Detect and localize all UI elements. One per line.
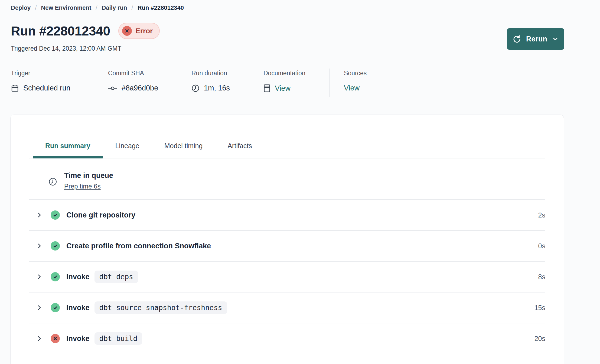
step-row-clone-git[interactable]: Clone git repository 2s — [29, 200, 545, 231]
success-status-icon — [51, 210, 60, 220]
step-command-code: dbt deps — [94, 271, 138, 283]
refresh-icon — [513, 35, 521, 43]
step-duration: 20s — [534, 335, 545, 343]
run-meta-row: Trigger Scheduled run Commit SHA — [11, 69, 600, 97]
breadcrumb: Deploy / New Environment / Daily run / R… — [0, 0, 600, 11]
step-row-create-profile[interactable]: Create profile from connection Snowflake… — [29, 231, 545, 262]
step-duration: 8s — [538, 273, 545, 281]
breadcrumb-item-job[interactable]: Daily run — [102, 4, 127, 11]
time-in-queue-section: Time in queue Prep time 6s — [29, 158, 545, 200]
step-command-code: dbt source snapshot-freshness — [94, 301, 227, 314]
success-status-icon — [51, 303, 60, 312]
meta-documentation: Documentation View — [249, 69, 330, 97]
meta-commit-value: #8a96d0be — [122, 84, 158, 92]
step-label: Clone git repository — [66, 211, 135, 219]
step-label: Create profile from connection Snowflake — [66, 242, 211, 250]
page-title: Run #228012340 — [11, 24, 110, 38]
step-label: Invoke — [66, 273, 90, 281]
meta-duration-value: 1m, 16s — [204, 84, 230, 92]
status-badge-label: Error — [136, 27, 153, 35]
meta-run-duration: Run duration 1m, 16s — [177, 69, 249, 97]
chevron-right-icon[interactable] — [36, 243, 43, 249]
step-row-dbt-build[interactable]: Invoke dbt build 20s — [29, 323, 545, 354]
sources-view-link[interactable]: View — [344, 84, 360, 92]
step-duration: 2s — [538, 211, 545, 219]
prep-time-link[interactable]: Prep time 6s — [64, 183, 101, 190]
success-status-icon — [51, 272, 60, 281]
tab-model-timing[interactable]: Model timing — [152, 142, 215, 158]
rerun-button[interactable]: Rerun — [507, 28, 564, 50]
status-badge: Error — [118, 23, 160, 39]
tab-bar: Run summary Lineage Model timing Artifac… — [29, 142, 545, 158]
step-row-dbt-source-freshness[interactable]: Invoke dbt source snapshot-freshness 15s — [29, 292, 545, 323]
meta-sources: Sources View — [330, 69, 380, 97]
document-icon — [263, 84, 270, 93]
step-command-code: dbt build — [94, 332, 142, 345]
meta-duration-label: Run duration — [191, 70, 236, 77]
chevron-right-icon[interactable] — [36, 304, 43, 311]
breadcrumb-separator: / — [35, 4, 37, 11]
meta-sources-label: Sources — [344, 70, 367, 77]
clock-icon — [48, 173, 57, 190]
breadcrumb-separator: / — [132, 4, 133, 11]
tab-lineage[interactable]: Lineage — [103, 142, 152, 158]
step-row-dbt-deps[interactable]: Invoke dbt deps 8s — [29, 262, 545, 292]
breadcrumb-separator: / — [96, 4, 97, 11]
time-in-queue-title: Time in queue — [64, 171, 113, 180]
meta-commit-sha: Commit SHA #8a96d0be — [94, 69, 177, 97]
chevron-right-icon[interactable] — [36, 212, 43, 218]
documentation-view-link[interactable]: View — [275, 84, 291, 93]
breadcrumb-item-deploy[interactable]: Deploy — [11, 4, 31, 11]
error-status-icon — [51, 334, 60, 343]
error-status-icon — [122, 26, 132, 36]
breadcrumb-item-environment[interactable]: New Environment — [41, 4, 91, 11]
run-detail-card: Run summary Lineage Model timing Artifac… — [10, 115, 564, 364]
rerun-button-label: Rerun — [526, 35, 547, 43]
success-status-icon — [51, 241, 60, 251]
step-label: Invoke — [66, 304, 90, 312]
meta-trigger-label: Trigger — [11, 70, 81, 77]
step-duration: 0s — [538, 242, 545, 250]
step-duration: 15s — [534, 304, 545, 312]
clock-icon — [191, 84, 200, 92]
tab-artifacts[interactable]: Artifacts — [215, 142, 264, 158]
chevron-down-icon — [552, 36, 559, 42]
meta-trigger: Trigger Scheduled run — [11, 69, 94, 97]
meta-trigger-value: Scheduled run — [23, 84, 70, 92]
breadcrumb-item-run: Run #228012340 — [138, 4, 184, 11]
meta-commit-label: Commit SHA — [108, 70, 164, 77]
chevron-right-icon[interactable] — [36, 274, 43, 280]
calendar-icon — [11, 84, 19, 92]
meta-documentation-label: Documentation — [263, 70, 317, 77]
step-label: Invoke — [66, 334, 90, 343]
chevron-right-icon[interactable] — [36, 335, 43, 342]
tab-run-summary[interactable]: Run summary — [33, 142, 103, 158]
commit-icon — [108, 86, 117, 90]
